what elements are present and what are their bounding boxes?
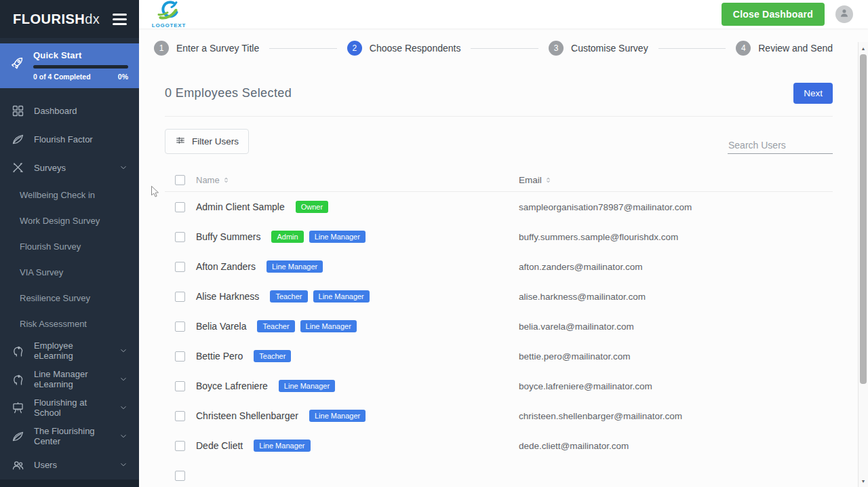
row-name-cell: Dede CliettLine Manager: [196, 440, 519, 452]
sidebar-subitem-work-design-survey[interactable]: Work Design Survey: [0, 208, 139, 233]
user-name: Bettie Pero: [196, 351, 243, 362]
row-checkbox[interactable]: [175, 232, 185, 242]
sidebar-item-dashboard[interactable]: Dashboard: [0, 96, 139, 125]
sidebar-item-label: The Flourishing Center: [34, 426, 110, 446]
next-button[interactable]: Next: [793, 83, 833, 104]
head-icon: [11, 372, 25, 387]
sidebar-subitem-resilience-survey[interactable]: Resilience Survey: [0, 285, 139, 311]
chevron-down-icon: [119, 374, 128, 384]
row-checkbox[interactable]: [175, 411, 185, 421]
user-badges: Teacher: [254, 350, 291, 362]
email-column-header[interactable]: Email: [519, 175, 552, 185]
step-label: Choose Respondents: [370, 43, 461, 54]
user-email: belia.varela@mailinator.com: [519, 322, 833, 332]
scrollbar-up-arrow[interactable]: ▲: [859, 43, 868, 53]
sort-icon[interactable]: [545, 176, 552, 184]
sidebar-item-flourish-factor[interactable]: Flourish Factor: [0, 125, 139, 153]
sidebar-subitem-via-survey[interactable]: VIA Survey: [0, 259, 139, 285]
sidebar-item-line-manager-elearning[interactable]: Line Manager eLearning: [0, 365, 139, 393]
user-name: Belia Varela: [196, 321, 246, 332]
sidebar-item-employee-elearning[interactable]: Employee eLearning: [0, 336, 139, 365]
row-checkbox[interactable]: [175, 292, 185, 302]
close-dashboard-button[interactable]: Close Dashboard: [722, 3, 825, 26]
brand-light: dx: [85, 12, 100, 26]
user-email: buffy.summers.sample@flourishdx.com: [519, 232, 833, 242]
step-review-and-send[interactable]: 4Review and Send: [736, 41, 833, 56]
step-customise-survey[interactable]: 3Customise Survey: [549, 41, 648, 56]
scrollbar-down-arrow[interactable]: ▼: [859, 476, 868, 486]
user-badges: TeacherLine Manager: [270, 290, 369, 303]
table-header-row: Name Email: [165, 169, 833, 192]
heading-row: 0 Employees Selected Next: [165, 81, 833, 104]
user-name: Afton Zanders: [196, 261, 256, 272]
stepper: 1Enter a Survey Title2Choose Respondents…: [154, 28, 833, 68]
avatar[interactable]: [835, 5, 853, 23]
step-choose-respondents[interactable]: 2Choose Respondents: [347, 41, 461, 56]
sidebar-item-flourishing-at-school[interactable]: Flourishing at School: [0, 393, 139, 422]
row-checkbox[interactable]: [175, 262, 185, 272]
user-badges: Line Manager: [254, 440, 310, 452]
select-all-checkbox[interactable]: [175, 175, 185, 185]
row-checkbox-cell: [165, 351, 196, 362]
table-row-afton-zanders: Afton ZandersLine Managerafton.zanders@m…: [165, 252, 833, 281]
hamburger-menu-icon[interactable]: [113, 14, 127, 25]
content-area: 1Enter a Survey Title2Choose Respondents…: [139, 28, 868, 487]
row-checkbox[interactable]: [175, 471, 185, 481]
row-checkbox[interactable]: [175, 351, 185, 362]
chevron-down-icon: [119, 431, 128, 441]
sort-icon[interactable]: [222, 176, 230, 184]
user-badges: Owner: [296, 201, 328, 213]
filter-users-label: Filter Users: [192, 136, 239, 147]
row-checkbox[interactable]: [175, 202, 185, 212]
row-name-cell: Alise HarknessTeacherLine Manager: [196, 290, 519, 303]
dashboard-icon: [11, 104, 25, 118]
table-row-boyce-lafreniere: Boyce LafreniereLine Managerboyce.lafren…: [165, 371, 833, 401]
user-email: afton.zanders@mailinator.com: [519, 262, 833, 272]
sidebar-item-users[interactable]: Users: [0, 450, 139, 479]
role-badge-teacher: Teacher: [254, 350, 291, 362]
user-email: christeen.shellenbarger@mailinator.com: [519, 411, 833, 421]
sidebar-item-label: Employee eLearning: [34, 340, 110, 361]
role-badge-line-manager: Line Manager: [279, 380, 335, 392]
row-checkbox-cell: [165, 262, 196, 272]
logo-swirl-icon: [156, 0, 182, 22]
step-connector: [471, 48, 538, 49]
topbar: LOGOTEXT Close Dashboard: [139, 0, 868, 28]
quick-start-label: Quick Start: [33, 50, 128, 60]
user-badges: Line Manager: [279, 380, 335, 392]
step-connector: [269, 48, 337, 49]
step-label: Customise Survey: [571, 43, 648, 54]
sidebar-subitem-flourish-survey[interactable]: Flourish Survey: [0, 233, 139, 259]
name-column-header[interactable]: Name: [196, 175, 230, 185]
sidebar-item-surveys[interactable]: Surveys: [0, 153, 139, 182]
row-checkbox-cell: [165, 471, 196, 481]
row-name-cell: Buffy SummersAdminLine Manager: [196, 231, 519, 243]
user-email: dede.cliett@mailinator.com: [519, 441, 833, 451]
search-users-input[interactable]: [728, 137, 833, 154]
role-badge-line-manager: Line Manager: [254, 440, 310, 452]
sidebar-item-label: Flourishing at School: [34, 397, 110, 418]
quick-start-completed-text: 0 of 4 Completed: [33, 73, 91, 81]
row-checkbox[interactable]: [175, 441, 185, 451]
quick-start-item[interactable]: Quick Start 0 of 4 Completed 0%: [0, 43, 139, 88]
row-checkbox[interactable]: [175, 322, 185, 332]
row-checkbox-cell: [165, 411, 196, 421]
row-checkbox-cell: [165, 202, 196, 212]
sidebar-subitem-wellbeing-check-in[interactable]: Wellbeing Check in: [0, 182, 139, 208]
feather-icon: [11, 429, 25, 444]
row-checkbox[interactable]: [175, 381, 185, 391]
step-number: 3: [549, 41, 564, 56]
user-name: Buffy Summers: [196, 231, 260, 242]
step-enter-a-survey-title[interactable]: 1Enter a Survey Title: [154, 41, 259, 56]
user-email: boyce.lafreniere@mailinator.com: [519, 381, 833, 391]
sidebar-item-the-flourishing-center[interactable]: The Flourishing Center: [0, 422, 139, 450]
scrollbar-thumb[interactable]: [860, 54, 867, 384]
filter-users-button[interactable]: Filter Users: [165, 129, 249, 154]
vertical-scrollbar[interactable]: ▲ ▼: [858, 42, 868, 487]
sidebar-item-label: Line Manager eLearning: [34, 369, 110, 389]
user-badges: AdminLine Manager: [271, 231, 365, 243]
person-icon: [838, 7, 850, 22]
sidebar-subitem-risk-assessment[interactable]: Risk Assessment: [0, 311, 139, 336]
page-title: 0 Employees Selected: [165, 86, 292, 100]
head-icon: [11, 344, 25, 358]
